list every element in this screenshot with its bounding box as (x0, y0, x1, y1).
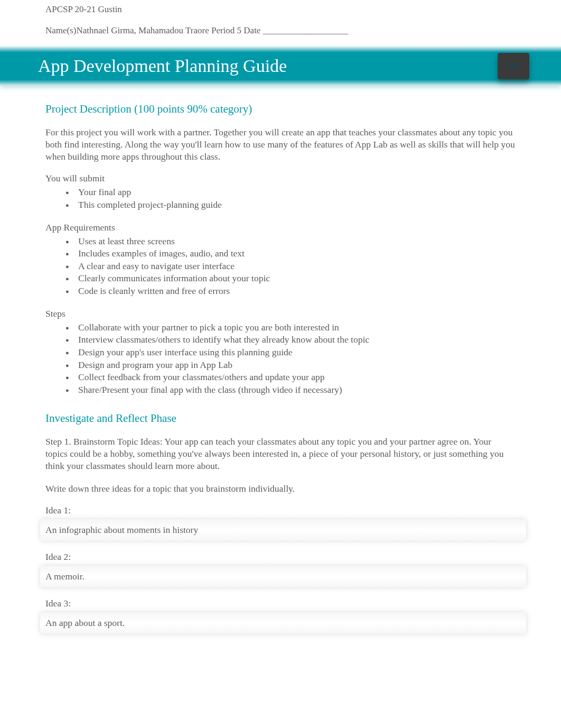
steps-label: Steps (45, 308, 516, 319)
submit-list: Your final app This completed project-pl… (45, 186, 516, 211)
requirements-list: Uses at least three screens Includes exa… (45, 235, 516, 298)
brainstorm-instruction: Write down three ideas for a topic that … (45, 483, 516, 495)
document-icon (498, 53, 529, 79)
list-item: Design your app's user interface using t… (66, 346, 516, 359)
list-item: Share/Present your final app with the cl… (66, 384, 516, 397)
title-bar: App Development Planning Guide (0, 47, 561, 86)
list-item: This completed project-planning guide (66, 199, 516, 211)
project-intro: For this project you will work with a pa… (45, 126, 516, 162)
submit-label: You will submit (45, 173, 516, 184)
list-item: A clear and easy to navigate user interf… (66, 260, 516, 273)
idea3-label: Idea 3: (45, 598, 516, 609)
list-item: Collect feedback from your classmates/ot… (66, 371, 516, 384)
idea3-text: An app about a sport. (40, 618, 125, 628)
list-item: Interview classmates/others to identify … (66, 334, 516, 346)
list-item: Your final app (66, 186, 516, 199)
list-item: Collaborate with your partner to pick a … (66, 321, 516, 334)
name-period-date: Name(s)Nathnael Girma, Mahamadou Traore … (45, 25, 561, 36)
idea2-label: Idea 2: (45, 551, 516, 563)
list-item: Clearly communicates information about y… (66, 272, 516, 285)
list-item: Code is cleanly written and free of erro… (66, 285, 516, 298)
course-label: APCSP 20-21 Gustin (45, 4, 561, 15)
idea1-box[interactable]: An infographic about moments in history (40, 519, 526, 541)
step1-text: Step 1. Brainstorm Topic Ideas: Your app… (45, 436, 516, 472)
investigate-heading: Investigate and Reflect Phase (45, 412, 516, 425)
list-item: Design and program your app in App Lab (66, 359, 516, 372)
project-description-heading: Project Description (100 points 90% cate… (45, 103, 516, 116)
requirements-label: App Requirements (45, 222, 516, 233)
idea1-label: Idea 1: (45, 505, 516, 516)
list-item: Uses at least three screens (66, 235, 516, 248)
list-item: Includes examples of images, audio, and … (66, 247, 516, 260)
document-title: App Development Planning Guide (38, 56, 287, 76)
steps-list: Collaborate with your partner to pick a … (45, 321, 516, 397)
idea3-box[interactable]: An app about a sport. (40, 612, 526, 634)
idea2-text: A memoir. (40, 571, 85, 582)
idea1-text: An infographic about moments in history (40, 524, 198, 535)
idea2-box[interactable]: A memoir. (40, 566, 526, 587)
